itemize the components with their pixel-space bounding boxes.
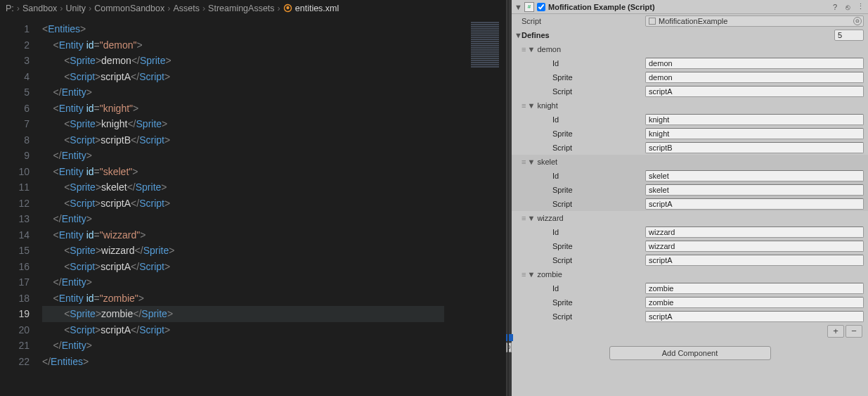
code-line[interactable]: </Entity> (42, 211, 506, 227)
add-component-button[interactable]: Add Component (609, 346, 771, 360)
property-row: Idwizzard (512, 225, 868, 239)
property-label: Id (522, 284, 645, 293)
script-text-field[interactable]: scriptA (645, 255, 864, 266)
sprite-text-field[interactable]: wizzard (645, 241, 864, 252)
script-text-field[interactable]: scriptA (645, 86, 864, 97)
code-line[interactable]: <Sprite>knight</Sprite> (42, 116, 506, 132)
code-line[interactable]: </Entity> (42, 338, 506, 354)
breadcrumb-segment[interactable]: Sandbox (22, 4, 57, 13)
property-label: Sprite (522, 242, 645, 250)
code-line[interactable]: </Entities> (42, 354, 506, 370)
drag-handle-icon[interactable]: ≡ (522, 270, 524, 279)
code-line[interactable]: </Entity> (42, 274, 506, 290)
preset-icon[interactable]: ⎋ (843, 3, 853, 11)
code-line[interactable]: <Script>scriptA</Script> (42, 322, 506, 338)
element-name: zombie (537, 270, 562, 279)
fold-icon[interactable]: ▼ (527, 45, 534, 53)
property-row: ScriptscriptA (512, 84, 868, 98)
property-row: Spritewizzard (512, 239, 868, 253)
object-picker-icon[interactable]: ⊙ (853, 17, 862, 25)
script-object-field[interactable]: MofificationExample ⊙ (645, 15, 864, 27)
property-row: Spritedemon (512, 70, 868, 84)
breadcrumb[interactable]: P: › Sandbox › Unity › CommonSandbox › A… (0, 0, 506, 17)
sprite-text-field[interactable]: knight (645, 128, 864, 139)
property-row: Spritezombie (512, 295, 868, 309)
code-line[interactable]: <Script>scriptA</Script> (42, 259, 506, 275)
code-body[interactable]: <Entities> <Entity id="demon"> <Sprite>d… (42, 17, 506, 396)
array-element-header[interactable]: ≡▼knight (512, 98, 868, 113)
fold-icon[interactable]: ▼ (514, 3, 522, 11)
fold-icon[interactable]: ▼ (527, 101, 534, 110)
drag-handle-icon[interactable]: ≡ (522, 214, 524, 222)
fold-icon[interactable]: ▼ (514, 31, 522, 39)
fold-icon[interactable]: ▼ (527, 158, 534, 166)
array-element-header[interactable]: ≡▼zombie (512, 267, 868, 281)
kebab-menu-icon[interactable]: ⋮ (855, 2, 865, 11)
code-line[interactable]: <Script>scriptA</Script> (42, 196, 506, 212)
chevron-right-icon: › (202, 4, 205, 13)
chevron-right-icon: › (17, 4, 20, 13)
sprite-text-field[interactable]: zombie (645, 297, 864, 308)
element-name: wizzard (537, 214, 563, 222)
code-line[interactable]: <Entity id="knight"> (42, 101, 506, 117)
code-line[interactable]: </Entity> (42, 148, 506, 164)
drag-handle-icon[interactable]: ≡ (522, 45, 524, 53)
drag-handle-icon[interactable]: ≡ (522, 101, 524, 110)
script-text-field[interactable]: scriptB (645, 142, 864, 153)
gutter-badges: 0 (506, 334, 513, 362)
sprite-text-field[interactable]: demon (645, 72, 864, 83)
script-text-field[interactable]: scriptA (645, 198, 864, 210)
code-line[interactable]: <Script>scriptA</Script> (42, 69, 506, 85)
id-text-field[interactable]: skelet (645, 170, 864, 181)
help-icon[interactable]: ? (830, 3, 840, 11)
property-label: Id (522, 172, 645, 180)
xml-file-icon: ⦿ (283, 4, 292, 13)
code-line[interactable]: <Entity id="wizzard"> (42, 227, 506, 243)
id-text-field[interactable]: zombie (645, 283, 864, 294)
array-element-header[interactable]: ≡▼wizzard (512, 211, 868, 225)
breadcrumb-segment[interactable]: Unity (66, 4, 86, 13)
property-label: Script (522, 200, 645, 208)
code-line[interactable]: <Sprite>wizzard</Sprite> (42, 243, 506, 259)
code-line[interactable]: <Sprite>demon</Sprite> (42, 53, 506, 69)
chevron-right-icon: › (278, 4, 280, 13)
minimap[interactable] (471, 21, 499, 63)
add-element-button[interactable]: + (827, 325, 844, 338)
drag-handle-icon[interactable]: ≡ (522, 158, 524, 166)
code-line[interactable]: <Entity id="demon"> (42, 37, 506, 53)
script-text-field[interactable]: scriptA (645, 311, 864, 322)
defines-count-field[interactable]: 5 (834, 30, 864, 41)
breadcrumb-segment[interactable]: StreamingAssets (208, 4, 274, 13)
id-text-field[interactable]: wizzard (645, 226, 864, 238)
property-row: ScriptscriptA (512, 197, 868, 211)
property-label: Script (522, 143, 645, 152)
code-line[interactable]: <Entities> (42, 21, 506, 37)
breadcrumb-segment[interactable]: Assets (173, 4, 200, 13)
fold-icon[interactable]: ▼ (527, 214, 534, 222)
array-element-header[interactable]: ≡▼skelet (512, 155, 868, 169)
code-line[interactable]: <Sprite>skelet</Sprite> (42, 179, 506, 196)
property-label: Script (522, 256, 645, 264)
code-line[interactable]: <Entity id="skelet"> (42, 164, 506, 180)
inspector-pane: ▼ # Mofification Example (Script) ? ⎋ ⋮ … (512, 0, 868, 396)
breadcrumb-file[interactable]: entities.xml (295, 4, 339, 13)
fold-icon[interactable]: ▼ (527, 270, 534, 279)
breadcrumb-segment[interactable]: P: (6, 4, 14, 13)
breadcrumb-segment[interactable]: CommonSandbox (94, 4, 164, 13)
component-header[interactable]: ▼ # Mofification Example (Script) ? ⎋ ⋮ (512, 0, 868, 14)
sprite-text-field[interactable]: skelet (645, 184, 864, 196)
code-line[interactable]: <Script>scriptB</Script> (42, 132, 506, 148)
remove-element-button[interactable]: − (846, 325, 862, 338)
code-line[interactable]: </Entity> (42, 84, 506, 101)
property-label: Id (522, 59, 645, 68)
code-line[interactable]: <Entity id="zombie"> (42, 290, 506, 307)
component-enabled-checkbox[interactable] (537, 3, 545, 11)
defines-array-header[interactable]: ▼ Defines 5 (512, 28, 868, 42)
element-name: demon (537, 45, 561, 53)
id-text-field[interactable]: demon (645, 58, 864, 69)
chevron-right-icon: › (89, 4, 91, 13)
array-element-header[interactable]: ≡▼demon (512, 42, 868, 56)
list-footer: + − (512, 324, 868, 339)
id-text-field[interactable]: knight (645, 114, 864, 125)
pane-splitter[interactable]: 0 (506, 0, 512, 396)
